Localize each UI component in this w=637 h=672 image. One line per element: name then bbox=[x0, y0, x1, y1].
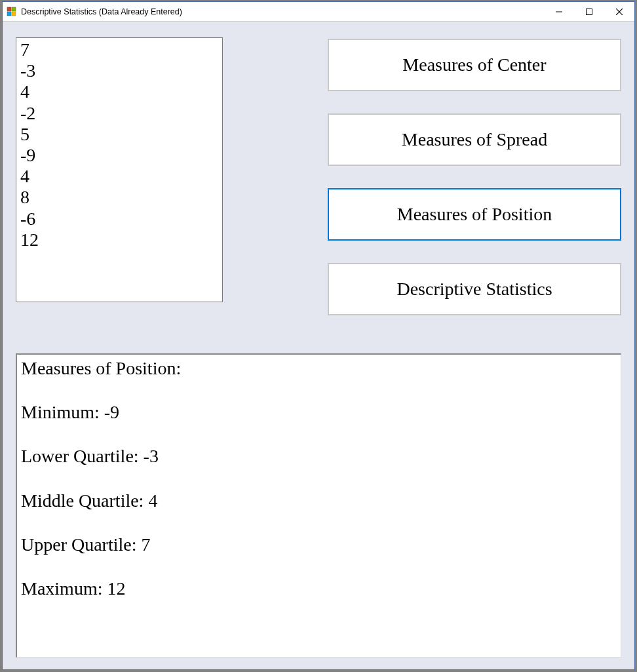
list-item[interactable]: -3 bbox=[20, 60, 218, 81]
data-listbox[interactable]: 7-34-25-948-612 bbox=[16, 37, 223, 302]
svg-rect-2 bbox=[7, 12, 11, 16]
maximize-button[interactable] bbox=[574, 2, 604, 21]
top-row: 7-34-25-948-612 Measures of Center Measu… bbox=[16, 37, 621, 315]
list-item[interactable]: 4 bbox=[20, 166, 218, 187]
window-title: Descriptive Statistics (Data Already Ent… bbox=[21, 7, 544, 16]
svg-rect-1 bbox=[12, 7, 16, 11]
app-window: Descriptive Statistics (Data Already Ent… bbox=[2, 1, 635, 670]
button-column: Measures of Center Measures of Spread Me… bbox=[328, 37, 621, 315]
list-item[interactable]: 7 bbox=[20, 39, 218, 60]
app-icon bbox=[7, 7, 17, 17]
minimize-button[interactable] bbox=[544, 2, 574, 21]
list-item[interactable]: 12 bbox=[20, 229, 218, 250]
list-item[interactable]: 8 bbox=[20, 187, 218, 208]
measures-of-spread-button[interactable]: Measures of Spread bbox=[328, 113, 621, 166]
measures-of-position-button[interactable]: Measures of Position bbox=[328, 188, 621, 241]
list-item[interactable]: -2 bbox=[20, 103, 218, 124]
list-item[interactable]: -6 bbox=[20, 208, 218, 229]
client-area: 7-34-25-948-612 Measures of Center Measu… bbox=[3, 22, 634, 669]
list-item[interactable]: 5 bbox=[20, 124, 218, 145]
list-item[interactable]: -9 bbox=[20, 145, 218, 166]
svg-rect-5 bbox=[587, 9, 592, 14]
measures-of-center-button[interactable]: Measures of Center bbox=[328, 39, 621, 91]
close-button[interactable] bbox=[604, 2, 634, 21]
output-textbox[interactable]: Measures of Position: Minimum: -9 Lower … bbox=[16, 353, 621, 658]
descriptive-statistics-button[interactable]: Descriptive Statistics bbox=[328, 263, 621, 315]
window-controls bbox=[544, 2, 634, 21]
svg-rect-0 bbox=[7, 7, 11, 11]
svg-rect-3 bbox=[12, 12, 16, 16]
list-item[interactable]: 4 bbox=[20, 81, 218, 102]
titlebar: Descriptive Statistics (Data Already Ent… bbox=[3, 2, 634, 22]
